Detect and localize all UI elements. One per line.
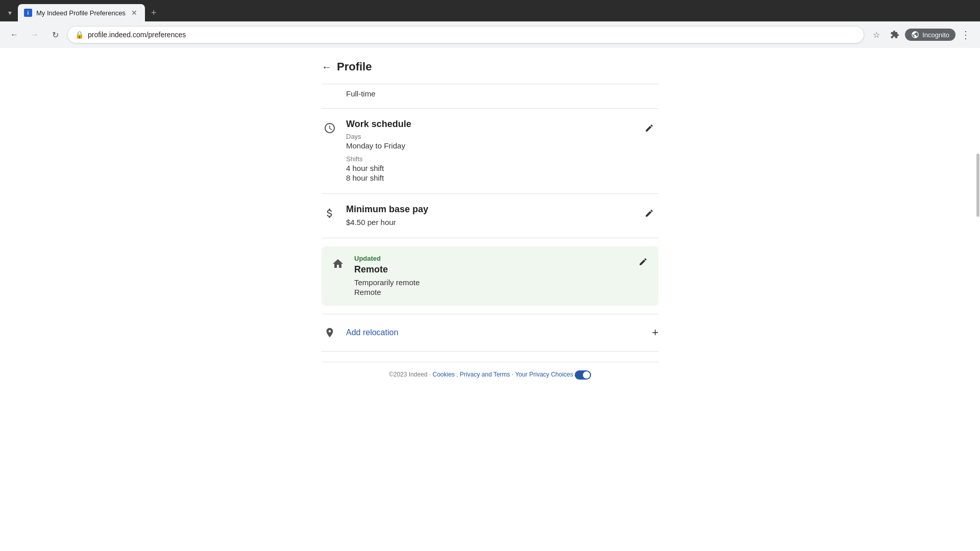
reload-button[interactable]: ↻ (47, 27, 63, 43)
scrollbar[interactable] (976, 48, 980, 400)
remote-value1: Temporarily remote (354, 278, 648, 287)
remote-section: Updated Remote Temporarily remote Remote (322, 238, 658, 314)
work-schedule-body: Work schedule Days Monday to Friday Shif… (346, 119, 658, 183)
fulltime-section: Full-time (322, 84, 658, 108)
days-value: Monday to Friday (346, 141, 658, 150)
money-icon (322, 205, 338, 221)
toggle-pill (575, 370, 591, 380)
min-pay-value: $4.50 per hour (346, 218, 658, 227)
footer-sep1: , (456, 371, 460, 378)
lock-icon: 🔒 (75, 31, 84, 39)
tab-group-arrow[interactable]: ▾ (4, 7, 16, 19)
updated-badge: Updated (354, 255, 648, 262)
work-schedule-section: Work schedule Days Monday to Friday Shif… (322, 109, 658, 193)
minimum-base-pay-section: Minimum base pay $4.50 per hour (322, 194, 658, 238)
shift1-value: 4 hour shift (346, 164, 658, 172)
remote-body: Updated Remote Temporarily remote Remote (354, 255, 648, 297)
scroll-thumb[interactable] (976, 154, 979, 217)
divider-5 (322, 351, 658, 352)
clock-icon (322, 120, 338, 136)
home-icon (330, 256, 346, 272)
page-content: ← Profile Full-time Work schedule Days (0, 48, 980, 551)
incognito-button[interactable]: Incognito (905, 29, 955, 41)
work-schedule-edit-button[interactable] (640, 119, 658, 137)
shift2-value: 8 hour shift (346, 173, 658, 182)
more-button[interactable]: ⋮ (958, 27, 974, 43)
bookmark-button[interactable]: ☆ (868, 27, 885, 43)
remote-title: Remote (354, 264, 648, 275)
page-inner: ← Profile Full-time Work schedule Days (311, 48, 669, 400)
footer-copyright: ©2023 Indeed · (389, 371, 433, 378)
url-display: profile.indeed.com/preferences (88, 31, 856, 39)
footer-privacy-choices-link[interactable]: Your Privacy Choices (515, 371, 573, 378)
back-button[interactable]: ← (6, 27, 22, 43)
tab-favicon: i (24, 9, 32, 17)
nav-bar: ← → ↻ 🔒 profile.indeed.com/preferences ☆… (0, 21, 980, 48)
extensions-button[interactable] (887, 27, 903, 43)
min-pay-edit-button[interactable] (640, 204, 658, 222)
footer: ©2023 Indeed · Cookies , Privacy and Ter… (322, 362, 658, 380)
min-pay-title: Minimum base pay (346, 204, 658, 215)
active-tab[interactable]: i My Indeed Profile Preferences ✕ (18, 4, 145, 21)
remote-edit-button[interactable] (634, 253, 652, 271)
browser-chrome: ▾ i My Indeed Profile Preferences ✕ + ← … (0, 0, 980, 48)
tab-title: My Indeed Profile Preferences (36, 9, 126, 17)
footer-privacy-link[interactable]: Privacy and Terms (460, 371, 510, 378)
location-icon (322, 324, 338, 341)
min-pay-top: Minimum base pay $4.50 per hour (322, 204, 658, 228)
footer-cookies-link[interactable]: Cookies (432, 371, 454, 378)
min-pay-body: Minimum base pay $4.50 per hour (346, 204, 658, 228)
privacy-toggle[interactable] (575, 370, 591, 380)
tab-bar: ▾ i My Indeed Profile Preferences ✕ + (0, 0, 980, 21)
incognito-label: Incognito (922, 31, 949, 39)
new-tab-button[interactable]: + (147, 6, 161, 20)
work-schedule-title: Work schedule (346, 119, 658, 130)
profile-back-label: Profile (337, 60, 372, 73)
tab-close-button[interactable]: ✕ (130, 8, 139, 17)
add-relocation-plus-button[interactable]: + (652, 326, 658, 339)
forward-button[interactable]: → (27, 27, 43, 43)
remote-value2: Remote (354, 288, 648, 296)
address-bar[interactable]: 🔒 profile.indeed.com/preferences (67, 26, 864, 43)
back-arrow-icon: ← (322, 61, 332, 73)
nav-right-controls: ☆ Incognito ⋮ (868, 27, 974, 43)
add-relocation-label[interactable]: Add relocation (346, 328, 644, 337)
shifts-label: Shifts (346, 155, 658, 163)
profile-back-link[interactable]: ← Profile (322, 60, 658, 73)
days-label: Days (346, 133, 658, 140)
add-relocation-section: Add relocation + (322, 314, 658, 351)
work-schedule-top: Work schedule Days Monday to Friday Shif… (322, 119, 658, 183)
fulltime-value: Full-time (346, 89, 376, 98)
